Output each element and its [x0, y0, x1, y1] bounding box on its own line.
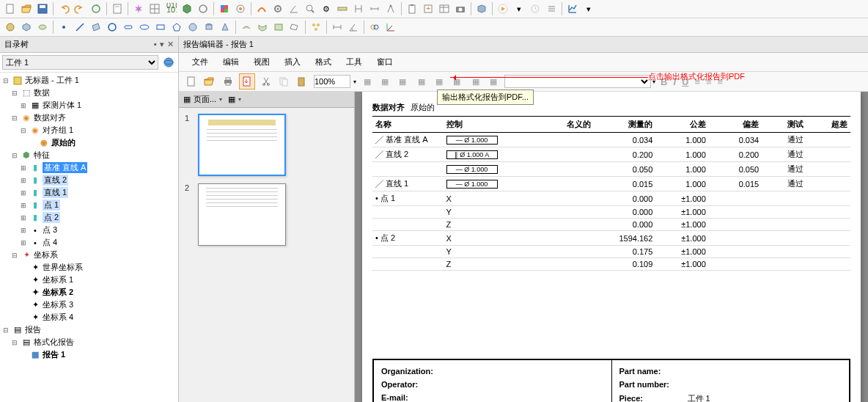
- report-editor: 报告编辑器 - 报告 1 文件 编辑 视图 插入 格式 工具 窗口 ▾ ▦ ▦ …: [179, 37, 868, 402]
- group-icon[interactable]: [309, 20, 323, 34]
- t7-icon[interactable]: ▦: [468, 73, 484, 89]
- zoom-input[interactable]: [314, 75, 350, 88]
- burst-icon[interactable]: [131, 1, 146, 16]
- t2-icon[interactable]: ▦: [377, 73, 393, 89]
- paste-icon[interactable]: [293, 73, 309, 89]
- circle-icon[interactable]: [196, 1, 210, 16]
- menu-window[interactable]: 窗口: [369, 54, 400, 70]
- t1-icon[interactable]: ▦: [359, 73, 375, 89]
- line-icon[interactable]: [73, 20, 87, 34]
- cube-icon[interactable]: [180, 1, 194, 16]
- report-viewport[interactable]: 数据对齐原始的 名称 控制 名义的 测量的 公差 偏差 测试 超差 ╱ 基准 直…: [355, 92, 868, 402]
- svg-text:+: +: [426, 4, 430, 12]
- open-icon[interactable]: [19, 1, 34, 16]
- thumb-page-2[interactable]: 2: [185, 183, 348, 246]
- menu-edit[interactable]: 编辑: [216, 54, 246, 70]
- chart-dd-icon[interactable]: ▾: [581, 1, 596, 16]
- measure-icon[interactable]: [367, 1, 382, 16]
- new-doc-icon[interactable]: [183, 73, 199, 89]
- add-icon[interactable]: +: [421, 1, 435, 16]
- surf1-icon[interactable]: [239, 20, 254, 34]
- table-icon[interactable]: [437, 1, 452, 16]
- camera-icon[interactable]: [453, 1, 468, 16]
- shape2-icon[interactable]: [19, 20, 34, 34]
- rubik-icon[interactable]: [217, 1, 232, 16]
- chart-icon[interactable]: [565, 1, 580, 16]
- svg-point-3: [92, 5, 100, 12]
- slot-icon[interactable]: [121, 20, 136, 34]
- plane-icon[interactable]: [89, 20, 103, 34]
- redo-icon[interactable]: [73, 1, 87, 16]
- curve-icon[interactable]: [254, 1, 269, 16]
- sph-icon[interactable]: [185, 20, 200, 34]
- t4-icon[interactable]: ▦: [413, 73, 430, 89]
- dist-icon[interactable]: [330, 20, 345, 34]
- shape3-icon[interactable]: [35, 20, 50, 34]
- undo-icon[interactable]: [56, 1, 71, 16]
- cs-icon[interactable]: [383, 20, 398, 34]
- menu-file[interactable]: 文件: [185, 54, 216, 70]
- angle-icon[interactable]: [287, 1, 301, 16]
- t8-icon[interactable]: ▦: [485, 73, 501, 89]
- target-icon[interactable]: [233, 1, 248, 16]
- tree-panel-header: 目录树 ▪ ▾ ✕: [0, 37, 178, 53]
- list-icon[interactable]: [544, 1, 559, 16]
- doc1-icon[interactable]: [110, 1, 125, 16]
- print-icon[interactable]: [220, 73, 236, 89]
- svg-point-69: [268, 84, 270, 86]
- menu-insert[interactable]: 插入: [277, 54, 308, 70]
- bits-icon[interactable]: 010101: [163, 1, 178, 16]
- refresh-icon[interactable]: [89, 1, 103, 16]
- tree[interactable]: ⊟无标题 - 工件 1 ⊟⬚数据 ⊞▦探测片体 1 ⊟◉数据对齐 ⊟◉对齐组 1…: [0, 73, 178, 402]
- menu-format[interactable]: 格式: [308, 54, 339, 70]
- piece-select[interactable]: 工件 1: [2, 55, 158, 70]
- caliper-icon[interactable]: [351, 1, 366, 16]
- t3-icon[interactable]: ▦: [394, 73, 411, 89]
- elli-icon[interactable]: [137, 20, 152, 34]
- play-icon[interactable]: [496, 1, 510, 16]
- t5-icon[interactable]: ▦: [431, 73, 447, 89]
- ruler-icon[interactable]: [335, 1, 350, 16]
- align-icon[interactable]: [367, 20, 382, 34]
- dropdown-icon[interactable]: ▾: [512, 1, 526, 16]
- circ-icon[interactable]: [105, 20, 119, 34]
- zoom-icon[interactable]: [303, 1, 317, 16]
- menu-view[interactable]: 视图: [246, 54, 277, 70]
- surf3-icon[interactable]: [271, 20, 286, 34]
- rect-icon[interactable]: [153, 20, 168, 34]
- tool1-icon[interactable]: ⚙: [319, 1, 334, 16]
- cut-icon[interactable]: [258, 73, 274, 89]
- clock-icon[interactable]: [528, 1, 542, 16]
- data-table: 名称 控制 名义的 测量的 公差 偏差 测试 超差 ╱ 基准 直线 A— Ø 1…: [372, 117, 850, 271]
- thumb-tab[interactable]: ▦页面...▾▦▾: [179, 92, 354, 108]
- thumbnail-panel: ▦页面...▾▦▾ 1 2: [179, 92, 355, 402]
- surf2-icon[interactable]: [255, 20, 270, 34]
- save-icon[interactable]: [35, 1, 50, 16]
- box-icon[interactable]: [474, 1, 489, 16]
- clipboard-icon[interactable]: [405, 1, 419, 16]
- cyl-icon[interactable]: [202, 20, 216, 34]
- open-doc-icon[interactable]: [201, 73, 217, 89]
- compass-icon[interactable]: [383, 1, 398, 16]
- menu-tools[interactable]: 工具: [339, 54, 369, 70]
- main-toolbar-2: [0, 18, 868, 37]
- new-icon[interactable]: [3, 1, 18, 16]
- dd-icon[interactable]: ▾: [160, 40, 164, 49]
- shape1-icon[interactable]: [3, 20, 18, 34]
- poly2-icon[interactable]: [287, 20, 302, 34]
- close-icon[interactable]: ✕: [167, 40, 174, 49]
- table-row: Z0.109±1.000: [372, 258, 850, 271]
- thumb-page-1[interactable]: 1: [185, 114, 348, 176]
- cone-icon[interactable]: [218, 20, 232, 34]
- dot-icon[interactable]: [56, 20, 71, 34]
- grid-icon[interactable]: [147, 1, 162, 16]
- poly-icon[interactable]: [169, 20, 184, 34]
- svg-point-41: [108, 23, 116, 31]
- export-pdf-icon[interactable]: [239, 73, 255, 89]
- globe-icon[interactable]: [161, 55, 176, 70]
- copy-icon[interactable]: [276, 73, 292, 89]
- pin-icon[interactable]: ▪: [154, 40, 157, 49]
- table-row: • 点 1X0.000±1.000: [372, 191, 850, 206]
- gear-icon[interactable]: [271, 1, 285, 16]
- ang-icon[interactable]: [346, 20, 361, 34]
